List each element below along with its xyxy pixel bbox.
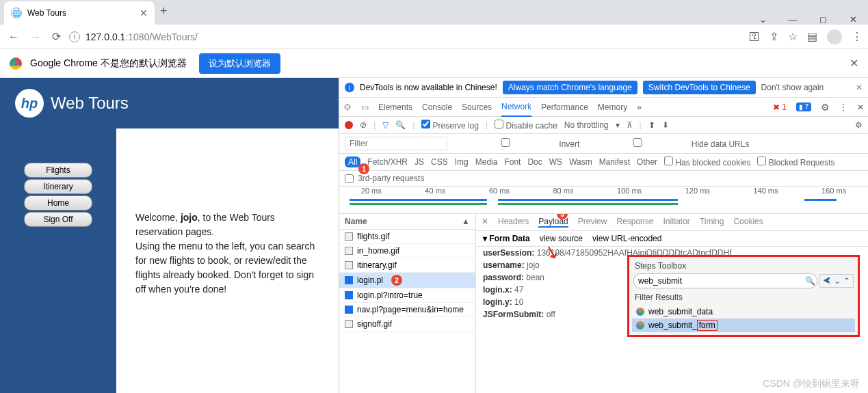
network-timeline[interactable]: 20 ms 40 ms 60 ms 80 ms 100 ms 120 ms 14… [339,187,868,214]
disable-cache-checkbox[interactable]: Disable cache [495,120,557,131]
wifi-icon[interactable]: ⊼ [627,120,633,130]
throttling-select[interactable]: No throttling [564,120,609,130]
tab-timing[interactable]: Timing [700,217,724,228]
record-icon[interactable] [345,121,353,129]
tab-headers[interactable]: Headers [498,217,529,228]
step-item-label: web_submit_form [648,321,718,330]
tab-response[interactable]: Response [616,217,653,228]
detail-close-icon[interactable]: ✕ [482,217,488,228]
dont-show-again-link[interactable]: Don't show again [761,83,824,92]
tab-preview[interactable]: Preview [578,217,607,228]
type-media[interactable]: Media [475,157,498,167]
has-blocked-cookies-checkbox[interactable]: Has blocked cookies [664,157,750,167]
type-fetchxhr[interactable]: Fetch/XHR [367,157,408,167]
close-icon[interactable]: ✕ [838,14,868,25]
back-icon[interactable]: ← [5,28,22,46]
tab-performance[interactable]: Performance [541,98,588,116]
inspect-icon[interactable]: ⯐ [343,103,352,112]
tab-elements[interactable]: Elements [378,98,412,116]
filter-icon[interactable]: ▽ [382,120,389,130]
infobar-close-icon[interactable]: ✕ [850,57,858,70]
throttling-dropdown-icon[interactable]: ▾ [616,120,620,130]
nav-back-icon[interactable]: ⮜ [823,276,831,286]
always-match-language-button[interactable]: Always match Chrome's language [503,81,637,94]
step-item[interactable]: web_submit_data [632,305,855,319]
nav-flights-button[interactable]: Flights [24,163,92,178]
new-tab-button[interactable]: + [160,4,168,18]
minimize-icon[interactable]: — [778,14,808,25]
type-wasm[interactable]: Wasm [569,157,592,167]
search-icon[interactable]: 🔍 [395,120,406,130]
request-row[interactable]: login.pl2 [339,273,475,288]
view-url-encoded-link[interactable]: view URL-encoded [592,234,661,243]
tick: 80 ms [553,187,573,195]
switch-devtools-chinese-button[interactable]: Switch DevTools to Chinese [643,81,756,94]
request-row[interactable]: login.pl?intro=true [339,288,475,303]
tick: 60 ms [489,187,510,195]
banner-close-icon[interactable]: ✕ [856,83,863,92]
steps-nav-buttons[interactable]: ⮜ ⌄ ⌃ [819,274,854,288]
tab-network[interactable]: Network [501,98,531,117]
share-icon[interactable]: ⇪ [770,30,778,43]
key-icon[interactable]: ⚿ [749,31,760,43]
filter-input[interactable] [345,137,447,150]
nav-signoff-button[interactable]: Sign Off [24,212,92,227]
steps-search-input[interactable] [633,273,817,288]
view-source-link[interactable]: view source [540,234,583,243]
error-count[interactable]: ✖ 1 [773,103,787,112]
tab-memory[interactable]: Memory [598,98,627,116]
star-icon[interactable]: ☆ [788,30,798,43]
chevron-up-icon[interactable]: ⌃ [843,276,850,286]
request-row[interactable]: flights.gif [339,230,475,244]
tab-cookies[interactable]: Cookies [733,217,763,228]
request-row[interactable]: itinerary.gif [339,258,475,273]
network-settings-icon[interactable]: ⚙ [855,120,863,130]
type-img[interactable]: Img [455,157,469,167]
request-row[interactable]: signoff.gif [339,317,475,331]
set-default-button[interactable]: 设为默认浏览器 [199,53,280,74]
type-css[interactable]: CSS [431,157,448,167]
menu-icon[interactable]: ⋮ [852,30,863,43]
device-toggle-icon[interactable]: ▭ [361,103,369,112]
browser-tab[interactable]: 🌐 Web Tours ✕ [4,1,155,25]
site-info-icon[interactable]: i [69,31,80,42]
reading-list-icon[interactable]: ▤ [807,30,817,43]
request-row[interactable]: in_home.gif [339,244,475,258]
blocked-requests-checkbox[interactable]: Blocked Requests [757,157,834,167]
nav-home-button[interactable]: Home [24,195,92,211]
issue-count[interactable]: ▮ 7 [796,103,811,111]
clear-icon[interactable]: ⊘ [360,120,367,130]
tab-initiator[interactable]: Initiator [663,217,689,228]
step-item-selected[interactable]: web_submit_form [632,319,855,332]
download-icon[interactable]: ⬇ [662,120,669,130]
upload-icon[interactable]: ⬆ [648,120,655,130]
third-party-checkbox[interactable] [345,174,354,183]
request-row[interactable]: nav.pl?page=menu&in=home [339,303,475,317]
search-icon[interactable]: 🔍 [805,276,815,286]
maximize-icon[interactable]: ◻ [808,14,838,25]
more-tabs-icon[interactable]: » [637,103,642,112]
invert-checkbox[interactable]: Invert [454,138,579,149]
name-header[interactable]: Name [345,217,367,226]
tab-console[interactable]: Console [422,98,452,116]
chevron-down-icon[interactable]: ⌄ [748,14,778,25]
reload-icon[interactable]: ⟳ [49,27,64,46]
type-other[interactable]: Other [637,157,657,167]
form-data-header[interactable]: ▾ Form Data view source view URL-encoded [476,231,868,247]
url-field[interactable]: i 127.0.0.1:1080/WebTours/ [69,31,744,42]
devtools-close-icon[interactable]: ✕ [857,103,864,112]
tab-close-icon[interactable]: ✕ [140,8,148,18]
preserve-log-checkbox[interactable]: Preserve log [421,120,479,131]
hide-data-urls-checkbox[interactable]: Hide data URLs [586,138,749,149]
tab-sources[interactable]: Sources [462,98,492,116]
settings-icon[interactable]: ⚙ [821,102,830,113]
devtools-menu-icon[interactable]: ⋮ [839,103,847,112]
profile-avatar[interactable] [827,29,842,44]
chevron-down-icon[interactable]: ⌄ [834,276,841,286]
type-font[interactable]: Font [504,157,521,167]
nav-itinerary-button[interactable]: Itinerary [24,179,92,194]
type-ws[interactable]: WS [549,157,562,167]
type-doc[interactable]: Doc [527,157,542,167]
type-manifest[interactable]: Manifest [599,157,630,167]
type-js[interactable]: JS [415,157,424,167]
